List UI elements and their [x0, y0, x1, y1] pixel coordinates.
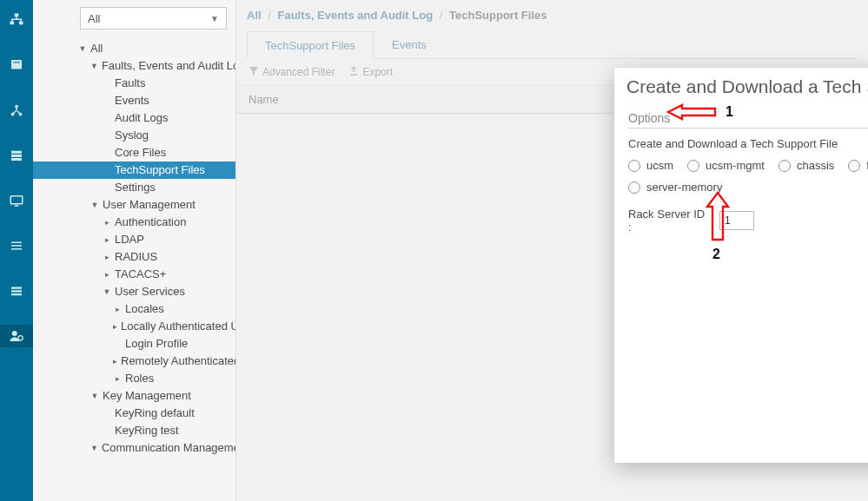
- tree-roles[interactable]: ▸Roles: [33, 370, 235, 387]
- tree-tacacs[interactable]: ▸TACACS+: [33, 266, 235, 283]
- svg-rect-14: [11, 245, 22, 247]
- sidebar: All ▼ ▼All ▼Faults, Events and Audit Log…: [33, 0, 236, 501]
- section-options: Options: [628, 106, 868, 129]
- svg-rect-11: [10, 196, 23, 204]
- tree-audit-logs[interactable]: Audit Logs: [33, 109, 235, 127]
- rack-server-id-input[interactable]: [719, 211, 754, 230]
- svg-rect-1: [10, 22, 15, 25]
- nav-storage-icon[interactable]: [0, 144, 33, 167]
- radio-fabric-extender[interactable]: fabric-extender: [848, 159, 868, 172]
- tree-ldap[interactable]: ▸LDAP: [33, 231, 235, 248]
- tree-login-profile[interactable]: Login Profile: [33, 335, 235, 353]
- svg-rect-12: [15, 205, 19, 207]
- nav-tree: ▼All ▼Faults, Events and Audit Log Fault…: [33, 36, 235, 474]
- tree-faults-group[interactable]: ▼Faults, Events and Audit Log: [33, 57, 235, 75]
- nav-bars-icon[interactable]: [0, 280, 33, 302]
- svg-rect-9: [11, 155, 22, 157]
- tree-events[interactable]: Events: [33, 92, 235, 109]
- scope-dropdown[interactable]: All ▼: [80, 7, 227, 30]
- tree-user-mgmt[interactable]: ▼User Management: [33, 196, 235, 214]
- tree-techsupport[interactable]: TechSupport Files: [33, 162, 235, 179]
- tree-keyring-test[interactable]: KeyRing test: [33, 422, 235, 439]
- svg-rect-3: [11, 60, 22, 69]
- nav-monitor-icon[interactable]: [0, 189, 33, 212]
- svg-rect-16: [11, 287, 22, 289]
- svg-rect-0: [15, 14, 19, 17]
- nav-servers-icon[interactable]: [0, 54, 33, 76]
- tree-keyring-default[interactable]: KeyRing default: [33, 405, 235, 422]
- tree-settings[interactable]: Settings: [33, 179, 235, 196]
- svg-rect-4: [13, 62, 20, 63]
- nav-admin-icon[interactable]: [0, 325, 33, 347]
- tech-support-dialog: Create and Download a Tech Support File …: [614, 68, 868, 463]
- annotation-num-2: 2: [712, 247, 720, 262]
- tree-radius[interactable]: ▸RADIUS: [33, 248, 235, 266]
- tree-auth[interactable]: ▸Authentication: [33, 214, 235, 231]
- svg-rect-17: [11, 290, 22, 292]
- tree-user-services[interactable]: ▼User Services: [33, 283, 235, 300]
- tree-comm-mgmt[interactable]: ▼Communication Management: [33, 439, 235, 457]
- type-radio-group: ucsm ucsm-mgmt chassis fabric-extender r…: [628, 159, 868, 194]
- main: All / Faults, Events and Audit Log / Tec…: [236, 0, 868, 501]
- tree-faults[interactable]: Faults: [33, 75, 235, 92]
- tree-core-files[interactable]: Core Files: [33, 144, 235, 162]
- tree-remote-auth[interactable]: ▸Remotely Authenticated Users: [33, 353, 235, 370]
- svg-rect-8: [11, 151, 22, 154]
- tree-root[interactable]: ▼All: [33, 40, 235, 57]
- tree-syslog[interactable]: Syslog: [33, 127, 235, 144]
- svg-rect-10: [11, 158, 22, 161]
- svg-rect-13: [11, 242, 22, 244]
- svg-rect-2: [19, 22, 23, 25]
- nav-hierarchy-icon[interactable]: [0, 9, 33, 31]
- svg-point-7: [15, 105, 18, 109]
- radio-ucsm-mgmt[interactable]: ucsm-mgmt: [687, 159, 765, 172]
- tree-key-mgmt[interactable]: ▼Key Management: [33, 387, 235, 405]
- tree-locales[interactable]: ▸Locales: [33, 300, 235, 318]
- chevron-down-icon: ▼: [210, 14, 219, 23]
- dialog-subheading: Create and Download a Tech Support File: [628, 137, 868, 150]
- tree-local-auth[interactable]: ▸Locally Authenticated Users: [33, 318, 235, 335]
- svg-rect-18: [11, 293, 22, 295]
- radio-ucsm[interactable]: ucsm: [628, 159, 673, 172]
- dialog-title: Create and Download a Tech Support File: [626, 76, 868, 97]
- nav-more-icon[interactable]: [0, 234, 33, 257]
- rack-server-id-label: Rack Server ID :: [628, 208, 711, 234]
- svg-rect-15: [11, 248, 22, 250]
- radio-chassis[interactable]: chassis: [779, 159, 834, 172]
- nav-rail: [0, 0, 33, 501]
- svg-point-20: [18, 336, 23, 340]
- radio-server-memory[interactable]: server-memory: [628, 181, 722, 194]
- scope-dropdown-value: All: [88, 12, 100, 25]
- nav-lan-icon[interactable]: [0, 99, 33, 122]
- svg-point-19: [12, 331, 17, 336]
